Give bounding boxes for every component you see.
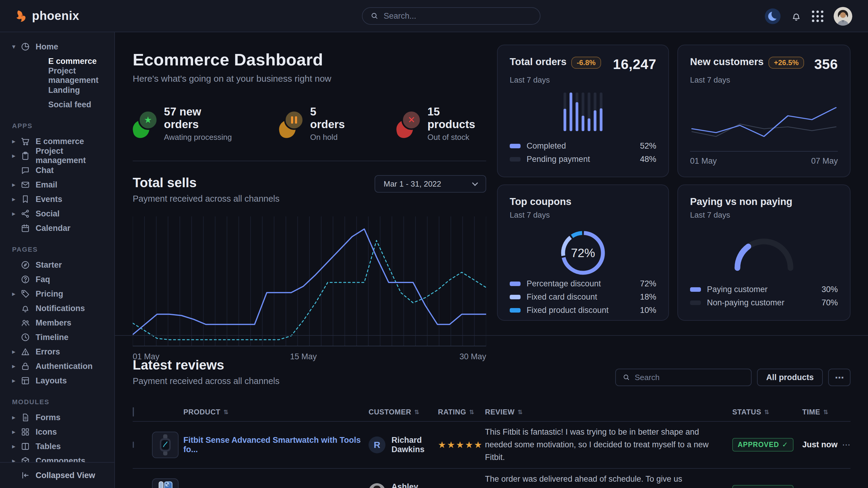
col-customer[interactable]: CUSTOMER⇅ (369, 408, 438, 416)
alert-icon (21, 347, 30, 357)
sidebar-item-tables[interactable]: ▸Tables (0, 439, 114, 454)
sidebar-item-forms[interactable]: ▸Forms (0, 410, 114, 425)
caret-icon: ▸ (12, 414, 21, 421)
customer-avatar-photo (369, 483, 385, 488)
sidebar-item-landing[interactable]: Landing (0, 83, 114, 97)
customer-name: Ashley Garrett (392, 482, 438, 488)
caret-icon: ▸ (12, 152, 21, 160)
date-range-select[interactable]: Mar 1 - 31, 2022 (375, 175, 486, 193)
caret-icon: ▸ (12, 457, 21, 462)
search-icon (370, 12, 379, 20)
legend-swatch (510, 295, 521, 299)
bell-icon (21, 303, 30, 313)
col-time[interactable]: TIME⇅ (802, 408, 838, 416)
sidebar-item-pricing[interactable]: ▸Pricing (0, 287, 114, 301)
phoenix-logo-icon (14, 9, 27, 23)
coupons-donut-chart: 72% (559, 229, 607, 277)
compass-icon (21, 260, 30, 270)
sidebar-item-events[interactable]: ▸Events (0, 192, 114, 206)
col-review[interactable]: REVIEW⇅ (485, 408, 732, 416)
sidebar-item-social[interactable]: ▸Social (0, 206, 114, 221)
brand-name: phoenix (32, 9, 79, 23)
dashboard-hero-section: Ecommerce Dashboard Here's what's going … (115, 32, 868, 335)
customer-name: Richard Dawkins (392, 435, 438, 454)
x-axis-label: 01 May (690, 157, 717, 166)
notifications-bell-icon[interactable] (791, 11, 802, 22)
status-badge: APPROVED✓ (732, 485, 794, 488)
col-status[interactable]: STATUS⇅ (732, 408, 802, 416)
total-orders-card: Total orders -6.8% 16,247 Last 7 days Co… (497, 44, 669, 177)
apps-grid-icon[interactable] (812, 10, 824, 22)
sidebar-item-members[interactable]: Members (0, 316, 114, 330)
total-sells-title: Total sells (133, 175, 280, 190)
sidebar-item-social-feed[interactable]: Social feed (0, 97, 114, 112)
product-thumbnail-smartwatch[interactable] (152, 432, 179, 458)
sidebar-item-components[interactable]: ▸Components (0, 454, 114, 462)
legend-swatch (510, 282, 521, 286)
brand[interactable]: phoenix (14, 9, 79, 23)
caret-icon: ▸ (12, 377, 21, 385)
customer-cell[interactable]: Ashley Garrett (369, 482, 438, 488)
caret-icon: ▸ (12, 290, 21, 298)
top-navbar: phoenix (0, 0, 868, 32)
collapsed-view-toggle[interactable]: Collapsed View (0, 468, 114, 483)
sidebar-item-errors[interactable]: ▸Errors (0, 345, 114, 359)
sidebar-item-timeline[interactable]: Timeline (0, 330, 114, 345)
card-value: 16,247 (613, 56, 656, 72)
layout-icon (21, 376, 30, 386)
stat-orders-on-hold: 5 orders On hold (279, 105, 351, 142)
avatar-photo (834, 7, 852, 26)
date-range-value: Mar 1 - 31, 2022 (384, 180, 441, 189)
sort-icon: ⇅ (414, 409, 420, 416)
reviews-search[interactable] (615, 369, 752, 386)
customer-cell[interactable]: R Richard Dawkins (369, 435, 438, 454)
product-link[interactable]: Fitbit Sense Advanced Smartwatch with To… (183, 435, 361, 454)
reviews-search-input[interactable] (634, 373, 744, 382)
sidebar-item-home[interactable]: ▾Home (0, 39, 114, 54)
sidebar-item-chat[interactable]: Chat (0, 163, 114, 177)
sidebar-item-calendar[interactable]: Calendar (0, 221, 114, 235)
col-product[interactable]: PRODUCT⇅ (183, 408, 369, 416)
product-thumbnail-iphone[interactable] (152, 478, 179, 488)
sidebar-item-email[interactable]: ▸Email (0, 177, 114, 192)
select-all-checkbox[interactable] (133, 407, 134, 417)
sidebar-item-project-management[interactable]: ▸Project management (0, 149, 114, 163)
row-menu-button[interactable]: ⋯ (838, 487, 850, 488)
question-icon (21, 274, 30, 284)
new-customers-line-chart (690, 97, 838, 149)
collapsed-view-label: Collapsed View (36, 471, 95, 480)
reviews-title: Latest reviews (133, 357, 280, 372)
more-options-button[interactable]: ⋯ (828, 369, 850, 386)
sort-icon: ⇅ (824, 409, 829, 416)
global-search-input[interactable] (384, 11, 532, 21)
global-search[interactable] (362, 7, 540, 25)
legend-item: Fixed product discount 10% (510, 303, 656, 317)
file-icon (21, 413, 30, 422)
new-customers-card: New customers +26.5% 356 Last 7 days 01 … (677, 44, 850, 177)
row-menu-button[interactable]: ⋯ (838, 440, 850, 450)
sidebar-item-layouts[interactable]: ▸Layouts (0, 373, 114, 388)
sidebar-item-project-management[interactable]: Project management (0, 68, 114, 83)
cart-icon (21, 136, 30, 146)
rating-stars: ★★★★★ (438, 440, 485, 450)
sidebar-item-notifications[interactable]: Notifications (0, 301, 114, 316)
sidebar-item-icons[interactable]: ▸Icons (0, 425, 114, 439)
sidebar-item-starter[interactable]: Starter (0, 258, 114, 272)
sidebar-item-faq[interactable]: Faq (0, 272, 114, 287)
sidebar-item-authentication[interactable]: ▸Authentication (0, 359, 114, 373)
page-subtitle: Here's what's going on at your business … (133, 73, 486, 84)
status-badge: APPROVED✓ (732, 438, 794, 452)
caret-icon: ▸ (12, 210, 21, 218)
row-checkbox[interactable] (133, 442, 134, 448)
columns-icon (21, 442, 30, 451)
user-avatar[interactable] (834, 7, 852, 26)
stat-count: 15 products (427, 105, 486, 131)
rating-stars: ★★★☆☆ (438, 487, 485, 488)
theme-toggle-button[interactable] (765, 8, 780, 24)
all-products-button[interactable]: All products (757, 369, 823, 386)
stat-count: 57 new orders (164, 105, 234, 131)
stat-new-orders: ★ 57 new orders Awating processing (133, 105, 234, 142)
moon-icon (768, 12, 777, 21)
card-title: Top coupons (510, 196, 571, 207)
col-rating[interactable]: RATING⇅ (438, 408, 485, 416)
